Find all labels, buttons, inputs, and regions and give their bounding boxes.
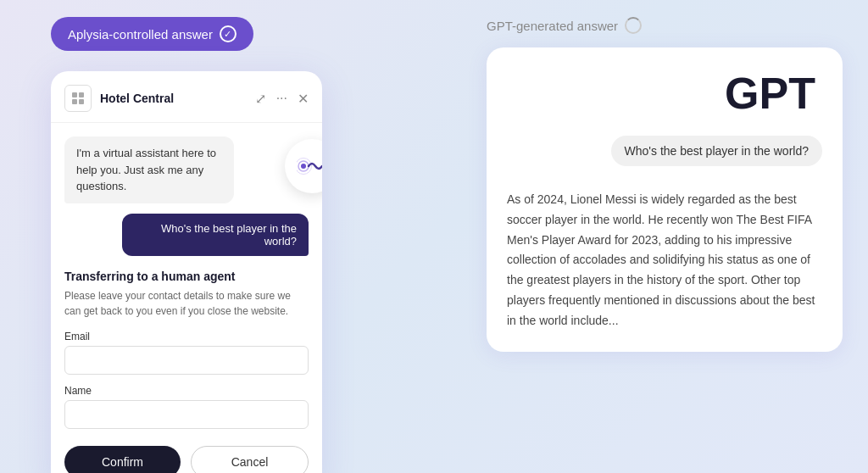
- chat-header-actions: ⤢ ··· ✕: [255, 91, 309, 107]
- email-label: Email: [64, 331, 309, 342]
- aplysia-badge-label: Aplysia-controlled answer: [68, 27, 213, 42]
- left-panel: Aplysia-controlled answer ✓ Hotel Centra…: [51, 17, 415, 473]
- expand-icon[interactable]: ⤢: [255, 91, 266, 107]
- transfer-section: Transferring to a human agent Please lea…: [64, 270, 309, 474]
- chat-hotel-name: Hotel Central: [100, 92, 255, 105]
- chat-body: I'm a virtual assistant here to help you…: [51, 123, 322, 473]
- gpt-card: GPT Who's the best player in the world? …: [487, 47, 843, 352]
- gpt-title: GPT: [507, 68, 822, 119]
- form-buttons: Confirm Cancel: [64, 446, 309, 474]
- hotel-logo: [64, 85, 92, 112]
- more-options-icon[interactable]: ···: [276, 91, 287, 106]
- check-circle-icon: ✓: [220, 25, 236, 42]
- transfer-title: Transferring to a human agent: [64, 270, 309, 283]
- name-label: Name: [64, 385, 309, 397]
- gpt-user-message: Who's the best player in the world?: [611, 136, 822, 166]
- gpt-response: As of 2024, Lionel Messi is widely regar…: [507, 183, 822, 331]
- transfer-desc: Please leave your contact details to mak…: [64, 288, 309, 319]
- aplysia-badge: Aplysia-controlled answer ✓: [51, 17, 253, 51]
- right-panel: GPT-generated answer GPT Who's the best …: [487, 17, 843, 352]
- svg-point-0: [301, 164, 306, 169]
- gpt-badge-label: GPT-generated answer: [487, 19, 618, 33]
- user-message: Who's the best player in the world?: [122, 214, 309, 256]
- confirm-button[interactable]: Confirm: [64, 446, 181, 474]
- email-input[interactable]: [64, 346, 309, 375]
- chat-header: Hotel Central ⤢ ··· ✕: [51, 71, 322, 123]
- chat-widget: Hotel Central ⤢ ··· ✕ I'm a virtual assi…: [51, 71, 322, 473]
- name-input[interactable]: [64, 400, 309, 429]
- close-icon[interactable]: ✕: [298, 91, 309, 107]
- bot-message: I'm a virtual assistant here to help you…: [64, 136, 234, 203]
- cancel-button[interactable]: Cancel: [191, 446, 309, 474]
- loading-spinner-icon: [625, 17, 642, 34]
- gpt-badge: GPT-generated answer: [487, 17, 642, 34]
